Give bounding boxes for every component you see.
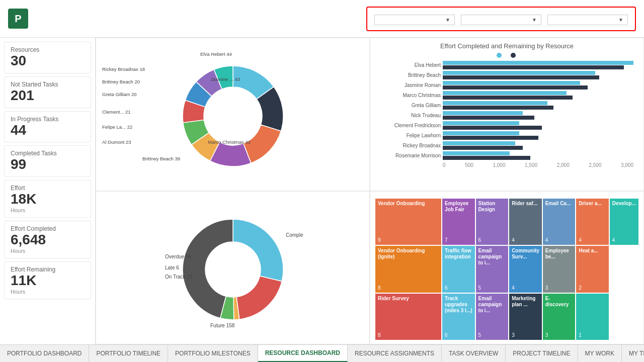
- bar-track: [443, 81, 633, 89]
- bar-label: Greta Gilliam: [380, 103, 441, 108]
- treemap-cell-num: 6: [478, 237, 506, 243]
- metric-value: 201: [11, 88, 85, 104]
- content-grid: Elva Hebert 44Jasmine ... 43Marco Christ…: [96, 38, 644, 344]
- bar-track: [443, 71, 633, 79]
- treemap-cell-name: Station Design: [478, 201, 506, 213]
- nav-tab-portfolio-timeline[interactable]: PORTFOLIO TIMELINE: [89, 345, 168, 362]
- treemap-cell-num: 4: [545, 237, 573, 243]
- treemap-cell[interactable]: Rider Survey 8: [375, 294, 441, 340]
- bar-completed: [443, 91, 567, 95]
- bar-completed: [443, 121, 519, 125]
- treemap-cell-num: 3: [545, 285, 573, 291]
- bar-completed: [443, 151, 510, 155]
- bar-row: Greta Gilliam: [380, 101, 633, 110]
- bar-label: Brittney Beach: [380, 72, 441, 78]
- nav-tab-project-timeline[interactable]: PROJECT TIMELINE: [506, 345, 578, 362]
- treemap-cell[interactable]: Employee Job Fair 7: [442, 199, 475, 245]
- treemap-cell[interactable]: E-discovery 3: [543, 294, 576, 340]
- donut-label: Jasmine ... 43: [210, 76, 240, 82]
- bar-row: Felipe Lawhorn: [380, 131, 633, 140]
- status-chart-panel: Completed 99Overdue 66Late 6On Track 15F…: [96, 191, 370, 344]
- treemap-cell[interactable]: Driver a... 4: [576, 199, 609, 245]
- task-progress-select[interactable]: ▼: [374, 15, 455, 25]
- metric-label: Not Started Tasks: [11, 81, 85, 88]
- donut-label: Al Dumont 23: [102, 139, 131, 145]
- treemap-cell[interactable]: Rider saf... 4: [509, 199, 542, 245]
- treemap-panel: Vendor Onboarding 9 Employee Job Fair 7 …: [370, 191, 644, 344]
- metric-card-not-started: Not Started Tasks 201: [4, 76, 91, 108]
- nav-tab-portfolio-milestones[interactable]: PORTFOLIO MILESTONES: [168, 345, 258, 362]
- header-left: P: [8, 9, 34, 29]
- bar-completed: [443, 111, 523, 115]
- bar-row: Rickey Broadnax: [380, 141, 633, 150]
- filter-bar: ▼ ▼ ▼: [366, 7, 636, 31]
- bar-remaining: [443, 75, 599, 79]
- status-segment[interactable]: [233, 219, 283, 282]
- bar-row: Nick Trudeau: [380, 111, 633, 120]
- treemap-cell[interactable]: Community Surv... 4: [509, 246, 542, 292]
- nav-tab-task-overview[interactable]: TASK OVERVIEW: [442, 345, 506, 362]
- bar-label: Jasmine Roman: [380, 82, 441, 88]
- status-segment[interactable]: [236, 276, 282, 319]
- treemap-cell-num: 3: [545, 332, 573, 338]
- nav-tab-my-work[interactable]: MY WORK: [578, 345, 622, 362]
- treemap-cell-name: Community Surv...: [512, 248, 539, 260]
- metric-label: Effort: [11, 185, 85, 192]
- bar-row: Jasmine Roman: [380, 81, 633, 89]
- resource-select[interactable]: ▼: [547, 15, 628, 25]
- treemap-cell-name: Vendor Onboarding: [378, 201, 439, 207]
- donut-container: Elva Hebert 44Jasmine ... 43Marco Christ…: [102, 46, 363, 186]
- treemap-cell[interactable]: Email Ca... 4: [543, 199, 576, 245]
- treemap-cell[interactable]: Develop... 4: [610, 199, 638, 245]
- bar-label: Clement Fredrickson: [380, 123, 441, 128]
- treemap-cell[interactable]: Vendor Onboarding (Ignite) 8: [375, 246, 441, 292]
- treemap-cell-num: 4: [579, 237, 606, 243]
- task-status-select[interactable]: ▼: [461, 15, 541, 25]
- treemap-cell-name: Vendor Onboarding (Ignite): [378, 248, 439, 260]
- treemap-cell[interactable]: Email campaign to i... 5: [476, 294, 509, 340]
- bar-track: [443, 111, 633, 120]
- treemap-cell-name: Email Ca...: [545, 201, 573, 207]
- metric-value: 18K: [11, 192, 85, 207]
- metric-label: Effort Completed: [11, 225, 85, 232]
- treemap-cell[interactable]: Marketing plan ... 3: [509, 294, 542, 340]
- treemap-cell-name: Email campaign to i...: [478, 248, 506, 266]
- treemap-cell-name: Rider saf...: [512, 201, 539, 207]
- donut-label: Clement... 21: [102, 109, 131, 115]
- treemap-cell-num: 8: [378, 332, 439, 338]
- nav-tab-portfolio-dashboard[interactable]: PORTFOLIO DASHBOARD: [0, 345, 89, 362]
- metric-card-effort-remaining: Effort Remaining 11K Hours: [4, 261, 91, 299]
- treemap-cell[interactable]: Station Design 6: [476, 199, 509, 245]
- treemap-cell[interactable]: Employee be... 3: [543, 246, 576, 292]
- treemap-cell-num: 6: [445, 285, 472, 291]
- treemap-cell[interactable]: Track upgrades (miles 3 l...) 6: [442, 294, 475, 340]
- bar-chart-container: Elva Hebert Brittney Beach Jasmine Roman…: [375, 61, 638, 187]
- treemap-cell[interactable]: 1: [576, 294, 609, 340]
- treemap-cell-num: 1: [579, 332, 606, 338]
- status-label: Future 158: [210, 323, 235, 328]
- status-label: On Track 15: [165, 274, 193, 280]
- treemap-cell[interactable]: Email campaign to i... 5: [476, 246, 509, 292]
- bar-label: Elva Hebert: [380, 62, 441, 68]
- treemap-cell[interactable]: Traffic flow integration 6: [442, 246, 475, 292]
- treemap-cell-name: Driver a...: [579, 201, 606, 207]
- status-label: Completed 99: [286, 232, 303, 238]
- treemap-cell-name: Marketing plan ...: [512, 296, 539, 308]
- bar-remaining: [443, 85, 588, 89]
- bar-track: [443, 151, 633, 160]
- nav-tab-resource-assignments[interactable]: RESOURCE ASSIGNMENTS: [348, 345, 442, 362]
- donut-label: Rickey Broadnax 18: [102, 66, 145, 72]
- treemap-cell[interactable]: Heat a... 2: [576, 246, 609, 292]
- effort-chart-title: Effort Completed and Remaining by Resour…: [375, 42, 638, 50]
- treemap-cell-num: 6: [445, 332, 472, 338]
- bar-row: Clement Fredrickson: [380, 121, 633, 130]
- treemap-cell-name: Rider Survey: [378, 296, 439, 302]
- nav-tab-resource-dashboard[interactable]: RESOURCE DASHBOARD: [258, 345, 348, 362]
- metric-unit: Hours: [11, 248, 85, 254]
- nav-tab-my-timeline[interactable]: MY TIMELINE: [622, 345, 644, 362]
- bar-remaining: [443, 65, 624, 69]
- donut-label: Elva Hebert 44: [200, 51, 232, 57]
- treemap-cell-name: Heat a...: [579, 248, 606, 254]
- metric-unit: Hours: [11, 207, 85, 213]
- treemap-cell[interactable]: Vendor Onboarding 9: [375, 199, 441, 245]
